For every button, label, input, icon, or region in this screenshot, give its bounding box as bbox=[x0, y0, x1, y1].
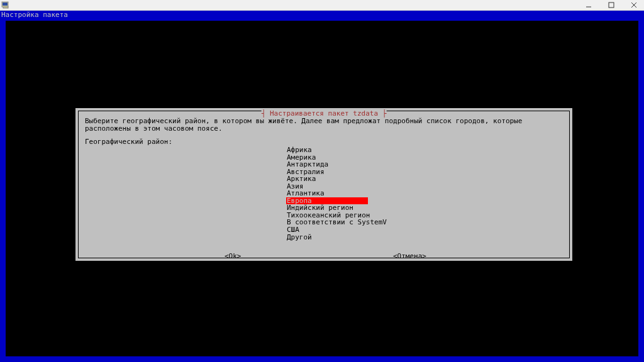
putty-icon bbox=[1, 1, 10, 9]
dialog-title: ┤ Настраивается пакет tzdata ├ bbox=[262, 110, 387, 118]
dialog-body: Выберите географический район, в котором… bbox=[85, 118, 563, 240]
cancel-button[interactable]: <Отмена> bbox=[393, 253, 426, 260]
svg-rect-1 bbox=[3, 3, 8, 6]
region-options[interactable]: АфрикаАмерикаАнтарктидаАвстралияАрктикаА… bbox=[286, 146, 368, 241]
region-option[interactable]: Африка bbox=[286, 146, 368, 154]
dialog-border: ┤ Настраивается пакет tzdata ├ Выберите … bbox=[78, 111, 570, 258]
maximize-button[interactable] bbox=[602, 1, 620, 9]
minimize-button[interactable] bbox=[580, 1, 597, 9]
svg-rect-2 bbox=[3, 7, 8, 8]
region-option[interactable]: Другой bbox=[286, 234, 368, 241]
region-option[interactable]: Антарктида bbox=[286, 161, 368, 168]
terminal-area: Настройка пакета ┤ Настраивается пакет t… bbox=[0, 11, 644, 362]
dialog-instruction: Выберите географический район, в котором… bbox=[85, 118, 563, 132]
region-option[interactable]: США bbox=[286, 226, 368, 234]
titlebar-left bbox=[1, 1, 10, 9]
region-option[interactable]: Арктика bbox=[286, 175, 368, 183]
config-dialog: ┤ Настраивается пакет tzdata ├ Выберите … bbox=[75, 108, 572, 261]
svg-rect-4 bbox=[609, 3, 614, 8]
terminal-header: Настройка пакета bbox=[1, 11, 68, 19]
ok-button[interactable]: <Ok> bbox=[225, 253, 242, 260]
close-button[interactable] bbox=[625, 1, 643, 9]
window-titlebar bbox=[0, 0, 644, 11]
field-label: Географический район: bbox=[85, 138, 563, 146]
window-controls bbox=[580, 1, 643, 9]
